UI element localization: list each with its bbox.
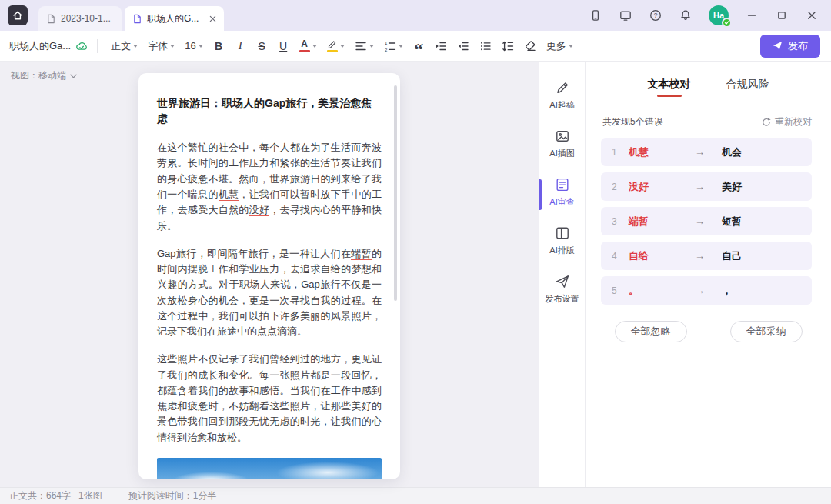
- review-document-icon: [555, 177, 570, 192]
- home-button[interactable]: [8, 5, 28, 25]
- close-button[interactable]: [805, 8, 819, 22]
- error-row[interactable]: 1 机慧 → 机会: [601, 138, 812, 166]
- error-row[interactable]: 5 。 → ，: [601, 276, 812, 305]
- read-time: 预计阅读时间：1分半: [128, 489, 217, 502]
- ignore-all-button[interactable]: 全部忽略: [615, 321, 687, 342]
- italic-button[interactable]: I: [231, 36, 250, 56]
- chevron-down-icon: [340, 45, 345, 48]
- chevron-down-icon: [312, 45, 317, 48]
- highlighter-icon: [327, 40, 338, 52]
- article-title[interactable]: 世界旅游日：职场人的Gap旅行，美景治愈焦虑: [157, 96, 382, 126]
- arrow-right-icon: →: [695, 250, 705, 262]
- refresh-icon: [762, 118, 771, 127]
- device-preview-icon[interactable]: [619, 8, 632, 22]
- error-number: 1: [612, 147, 629, 158]
- document-title-field[interactable]: 职场人的Ga...: [9, 39, 88, 53]
- error-number: 2: [612, 182, 629, 192]
- ordered-list-button[interactable]: 12: [380, 36, 407, 56]
- sidebar-item-ai-illustration[interactable]: AI插图: [539, 129, 585, 159]
- more-button[interactable]: 更多: [542, 36, 577, 56]
- mobile-preview-card[interactable]: 世界旅游日：职场人的Gap旅行，美景治愈焦虑 在这个繁忙的社会中，每个人都在为了…: [138, 73, 400, 479]
- tab-label: 职场人的G...: [147, 12, 199, 25]
- maximize-button[interactable]: [775, 8, 789, 22]
- image-count: 1张图: [78, 489, 102, 502]
- paragraph-2[interactable]: Gap旅行，即间隔年旅行，是一种让人们在端暂的时间内摆脱工作和学业压力，去追求自…: [157, 246, 382, 340]
- indent-decrease-button[interactable]: [453, 36, 473, 56]
- highlight-color-button[interactable]: [323, 36, 349, 56]
- pencil-icon: [555, 80, 570, 95]
- error-wrong-text: 。: [629, 284, 695, 298]
- sidebar-item-ai-review[interactable]: AI审查: [539, 177, 585, 208]
- chevron-down-icon: [199, 45, 203, 48]
- unordered-list-button[interactable]: [476, 36, 496, 56]
- bold-button[interactable]: B: [209, 36, 229, 56]
- error-number: 5: [612, 285, 629, 296]
- minimize-button[interactable]: [745, 8, 759, 22]
- error-wrong-text: 没好: [629, 180, 695, 194]
- image-icon: [555, 129, 570, 144]
- app-window: 2023-10-1... 职场人的G... ?: [0, 0, 831, 504]
- layout-icon: [555, 225, 570, 241]
- eraser-icon: [524, 40, 536, 52]
- panel-actions: 全部忽略 全部采纳: [586, 311, 831, 342]
- chevron-down-icon: [399, 45, 403, 48]
- font-color-button[interactable]: A: [295, 36, 321, 56]
- font-family-select[interactable]: 字体: [144, 36, 179, 56]
- help-icon[interactable]: ?: [649, 8, 662, 22]
- error-summary: 共发现5个错误: [602, 115, 663, 129]
- proofread-panel: 文本校对 合规风险 共发现5个错误 重新校对 1 机慧 → 机会 2: [586, 62, 831, 487]
- flagged-word[interactable]: 端暂: [351, 248, 372, 260]
- line-spacing-icon: [502, 40, 514, 52]
- paper-plane-icon: [555, 274, 570, 289]
- strikethrough-button[interactable]: S: [252, 36, 272, 56]
- error-row[interactable]: 2 没好 → 美好: [601, 172, 812, 201]
- paragraph-1[interactable]: 在这个繁忙的社会中，每个人都在为了生活而奔波劳累。长时间的工作压力和紧张的生活节…: [157, 140, 382, 234]
- error-wrong-text: 机慧: [629, 145, 695, 159]
- document-icon: [46, 14, 56, 24]
- line-spacing-button[interactable]: [498, 36, 518, 56]
- sidebar-item-ai-layout[interactable]: AI排版: [539, 225, 585, 256]
- view-mode-select[interactable]: 视图：移动端: [11, 69, 77, 82]
- panel-summary-row: 共发现5个错误 重新校对: [586, 106, 831, 138]
- error-wrong-text: 端暂: [629, 215, 695, 229]
- font-color-icon: A: [299, 39, 310, 52]
- sidebar-item-publish-settings[interactable]: 发布设置: [539, 274, 585, 305]
- align-button[interactable]: [351, 36, 378, 56]
- tab-text-proofread[interactable]: 文本校对: [648, 78, 691, 97]
- article-image[interactable]: [157, 458, 382, 479]
- error-row[interactable]: 3 端暂 → 短暂: [601, 207, 812, 235]
- recheck-button[interactable]: 重新校对: [762, 115, 812, 129]
- notifications-bell-icon[interactable]: [679, 8, 692, 22]
- tab-close-icon[interactable]: [209, 15, 216, 22]
- flagged-word[interactable]: 机慧: [219, 189, 239, 201]
- indent-increase-button[interactable]: [431, 36, 451, 56]
- publish-button[interactable]: 发布: [760, 35, 820, 58]
- sidebar-item-ai-draft[interactable]: AI起稿: [539, 80, 585, 111]
- align-left-icon: [355, 40, 367, 52]
- card-scrollbar[interactable]: [394, 85, 397, 301]
- underline-button[interactable]: U: [274, 36, 293, 56]
- arrow-right-icon: →: [695, 215, 705, 227]
- chevron-down-icon: [70, 74, 77, 78]
- tab-compliance-risk[interactable]: 合规风险: [726, 78, 769, 97]
- svg-text:?: ?: [654, 12, 658, 19]
- tab-document-current[interactable]: 职场人的G...: [125, 6, 224, 31]
- blockquote-button[interactable]: “: [409, 36, 429, 56]
- chevron-down-icon: [170, 45, 175, 48]
- user-avatar[interactable]: Ha: [709, 5, 729, 25]
- font-size-select[interactable]: 16: [181, 36, 206, 56]
- error-correct-text: 美好: [722, 180, 742, 194]
- home-icon: [12, 10, 23, 21]
- phone-preview-icon[interactable]: [589, 8, 602, 22]
- flagged-word[interactable]: 没好: [249, 204, 270, 216]
- chevron-down-icon: [569, 45, 573, 48]
- flagged-word[interactable]: 自给: [321, 263, 342, 275]
- clear-format-button[interactable]: [520, 36, 540, 56]
- paragraph-style-select[interactable]: 正文: [107, 36, 142, 56]
- accept-all-button[interactable]: 全部采纳: [730, 321, 803, 342]
- tab-document-recent[interactable]: 2023-10-1...: [38, 6, 122, 31]
- paragraph-3[interactable]: 这些照片不仅记录了我们曾经到过的地方，更见证了我们的成长和变化。每一张照片都是一…: [157, 352, 382, 446]
- indent-decrease-icon: [457, 40, 469, 52]
- error-row[interactable]: 4 自给 → 自己: [601, 242, 812, 270]
- error-number: 4: [612, 251, 629, 262]
